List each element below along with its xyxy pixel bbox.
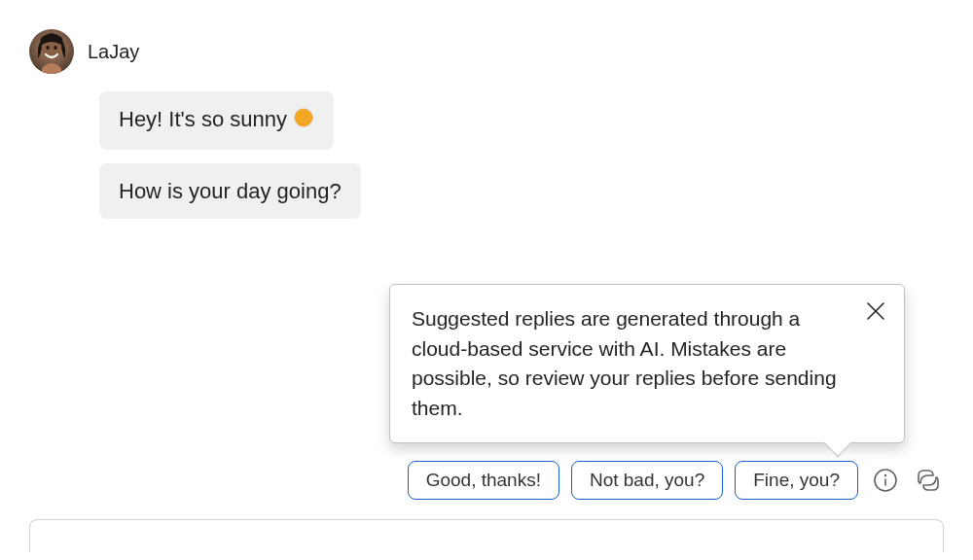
info-icon[interactable] [870, 465, 901, 496]
suggested-reply-button[interactable]: Not bad, you? [571, 461, 723, 500]
sun-emoji-icon [293, 107, 314, 136]
close-icon[interactable] [865, 300, 886, 322]
message-list: Hey! It's so sunny How is your day going… [99, 91, 944, 219]
tooltip-text: Suggested replies are generated through … [412, 307, 837, 418]
incoming-message: How is your day going? [99, 163, 361, 220]
svg-point-10 [884, 474, 886, 476]
avatar[interactable] [29, 29, 74, 74]
copilot-icon[interactable] [913, 465, 944, 496]
suggested-replies-row: Good, thanks! Not bad, you? Fine, you? [408, 461, 944, 500]
suggested-replies-tooltip: Suggested replies are generated through … [389, 284, 905, 443]
suggested-reply-button[interactable]: Fine, you? [735, 461, 858, 500]
sender-name: LaJay [88, 41, 139, 63]
svg-point-3 [54, 46, 56, 50]
message-text: Hey! It's so sunny [119, 107, 293, 131]
compose-input[interactable] [29, 519, 944, 552]
incoming-message: Hey! It's so sunny [99, 91, 334, 150]
message-text: How is your day going? [119, 179, 342, 203]
suggested-reply-button[interactable]: Good, thanks! [408, 461, 559, 500]
svg-point-2 [46, 46, 49, 50]
sender-header: LaJay [29, 29, 944, 74]
tooltip-tail [824, 430, 851, 457]
chat-area: LaJay Hey! It's so sunny How is your day… [0, 0, 973, 560]
